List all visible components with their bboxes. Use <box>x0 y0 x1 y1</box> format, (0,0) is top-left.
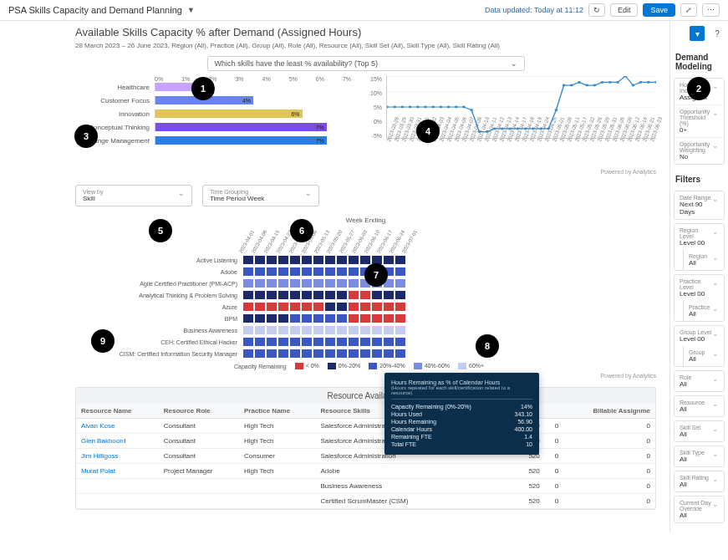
filter-suboption[interactable]: PracticeAll ⌄ <box>684 301 724 321</box>
svg-point-10 <box>462 106 466 109</box>
filter-button[interactable]: ▾ <box>690 26 705 41</box>
svg-point-32 <box>632 84 635 87</box>
svg-point-34 <box>647 81 650 84</box>
table-row[interactable]: Murat PolatProject ManagerHigh TechAdobe… <box>76 464 655 479</box>
svg-point-6 <box>431 106 435 109</box>
chevron-down-icon: ⌄ <box>712 278 719 287</box>
filter-option[interactable]: ResourceAll ⌄ <box>675 396 724 416</box>
svg-point-4 <box>416 106 420 109</box>
chevron-down-icon: ⌄ <box>178 189 185 197</box>
help-button[interactable]: ? <box>710 26 725 41</box>
chevron-down-icon: ⌄ <box>712 109 719 117</box>
edit-button[interactable]: Edit <box>610 3 639 17</box>
line-chart: 15%10%5%0%-5% 2023-03-282023-03-292023-0… <box>364 76 656 164</box>
callout-2: 2 <box>687 77 710 100</box>
chevron-down-icon: ⌄ <box>305 189 312 197</box>
refresh-icon: ↻ <box>593 6 600 14</box>
filter-option[interactable]: Practice LevelLevel 00 ⌄ <box>675 275 724 301</box>
svg-point-2 <box>401 106 405 109</box>
page-title: Available Skills Capacity % after Demand… <box>75 26 656 38</box>
svg-point-28 <box>601 81 604 84</box>
filter-option[interactable]: Group LevelLevel 00 ⌄ <box>675 326 724 346</box>
callout-1: 1 <box>191 77 215 100</box>
filter-suboption[interactable]: GroupAll ⌄ <box>684 346 724 366</box>
question-label: Which skills have the least % availabili… <box>215 59 379 68</box>
chevron-down-icon: ⌄ <box>712 227 719 236</box>
table-row[interactable]: Glen BakboordConsultantHigh TechSalesfor… <box>76 434 655 449</box>
heatmap-row: Business Awareness <box>75 324 656 336</box>
filter-option[interactable]: Skill RatingAll ⌄ <box>675 471 724 491</box>
table-row[interactable]: Jim HilligossConsultantConsumerSalesforc… <box>76 449 655 464</box>
chevron-down-icon: ⌄ <box>712 500 719 508</box>
demand-modeling-header: Demand Modeling <box>675 53 723 71</box>
content-area: Available Skills Capacity % after Demand… <box>0 21 669 532</box>
chevron-down-icon: ⌄ <box>712 82 719 90</box>
powered-by: Powered by Analytics <box>75 169 656 175</box>
title-chevron-down-icon[interactable]: ▼ <box>187 6 195 14</box>
page-subtitle: 28 March 2023 – 26 June 2023, Region (Al… <box>75 42 656 49</box>
table-header[interactable]: Practice Name <box>239 404 315 419</box>
heatmap-row: Azure <box>75 301 656 313</box>
svg-point-27 <box>593 84 597 87</box>
more-icon: ⋯ <box>707 6 715 14</box>
chevron-down-icon: ⌄ <box>712 195 719 203</box>
svg-point-8 <box>447 106 451 109</box>
help-icon: ? <box>715 29 720 38</box>
table-header[interactable] <box>545 404 563 419</box>
heatmap-row: Analytical Thinking & Problem Solving <box>75 289 656 301</box>
chevron-down-icon: ⌄ <box>712 253 719 262</box>
filter-option[interactable]: Date RangeNext 90 Days ⌄ <box>675 191 724 219</box>
svg-point-23 <box>563 84 566 87</box>
filter-icon: ▾ <box>695 29 700 38</box>
callout-5: 5 <box>149 219 172 242</box>
table-header[interactable]: Resource Role <box>159 404 239 419</box>
svg-point-0 <box>387 106 389 109</box>
save-button[interactable]: Save <box>643 3 675 17</box>
filter-option[interactable]: Skill TypeAll ⌄ <box>675 446 724 466</box>
chevron-down-icon: ⌄ <box>712 475 719 483</box>
refresh-button[interactable]: ↻ <box>588 3 605 17</box>
more-button[interactable]: ⋯ <box>702 3 720 17</box>
svg-point-22 <box>555 109 558 111</box>
filter-suboption[interactable]: RegionAll ⌄ <box>684 250 724 270</box>
table-row[interactable]: Business Awareness52000 <box>76 479 655 494</box>
demand-option[interactable]: Opportunity Threshold (%)0+ ⌄ <box>675 104 724 137</box>
svg-point-1 <box>393 106 396 109</box>
filter-option[interactable]: RoleAll ⌄ <box>675 371 724 391</box>
app-header: PSA Skills Capacity and Demand Planning … <box>0 0 728 21</box>
svg-point-30 <box>616 81 619 84</box>
app-title: PSA Skills Capacity and Demand Planning <box>8 5 182 15</box>
chevron-down-icon: ⌄ <box>712 329 719 338</box>
chevron-down-icon: ⌄ <box>712 304 719 313</box>
bar-row: Change Management 7% <box>75 135 351 145</box>
chevron-down-icon: ⌄ <box>712 374 719 383</box>
demand-option[interactable]: Opportunity WeightingNo ⌄ <box>675 137 724 164</box>
bar-row: Innovation 6% <box>75 109 351 119</box>
resource-table: Resource Availability Resource NameResou… <box>75 387 656 510</box>
callout-7: 7 <box>364 263 388 287</box>
svg-point-33 <box>639 81 643 84</box>
expand-icon: ⤢ <box>685 6 692 14</box>
table-row[interactable]: Alvan KoseConsultantHigh TechSalesforce … <box>76 419 655 434</box>
filter-option[interactable]: Current Day OverrideAll ⌄ <box>675 496 724 522</box>
filter-option[interactable]: Skill SetAll ⌄ <box>675 421 724 441</box>
filter-option[interactable]: Region LevelLevel 00 ⌄ <box>675 224 724 250</box>
table-header[interactable]: Billable Assignme <box>563 404 655 419</box>
expand-button[interactable]: ⤢ <box>680 3 697 17</box>
bar-row: Customer Focus 4% <box>75 95 351 105</box>
callout-9: 9 <box>91 329 115 353</box>
svg-point-29 <box>608 81 612 84</box>
question-select[interactable]: Which skills have the least % availabili… <box>207 56 525 71</box>
bar-row: Conceptual Thinking 7% <box>75 122 351 132</box>
svg-point-35 <box>654 81 656 84</box>
table-row[interactable]: Certified ScrumMaster (CSM)52000 <box>76 494 655 509</box>
callout-4: 4 <box>416 120 440 143</box>
table-header[interactable]: Resource Name <box>76 404 159 419</box>
view-by-dropdown[interactable]: View bySkill ⌄ <box>75 185 192 206</box>
svg-point-7 <box>440 106 443 109</box>
heatmap-row: CEH: Certified Ethical Hacker <box>75 336 656 348</box>
time-grouping-dropdown[interactable]: Time GroupingTime Period Week ⌄ <box>202 185 319 206</box>
svg-point-3 <box>409 106 412 109</box>
svg-point-24 <box>570 84 573 87</box>
svg-point-26 <box>585 84 588 87</box>
